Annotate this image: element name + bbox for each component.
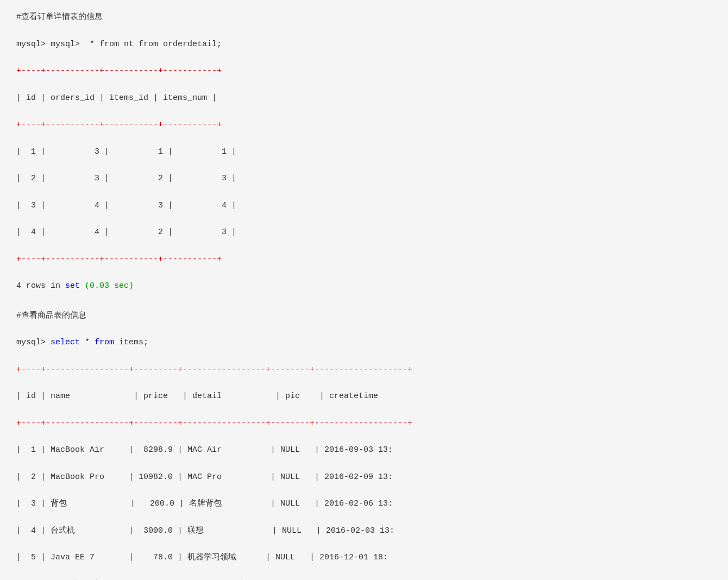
row2-4: | 4 | 台式机 | 3000.0 | 联想 | NULL | 2016-02… xyxy=(16,525,712,538)
comment1: #查看订单详情表的信息 xyxy=(16,11,712,24)
row2-3: | 3 | 背包 | 200.0 | 名牌背包 | NULL | 2016-02… xyxy=(16,497,712,511)
header2: | id | name | price | detail | pic | cre… xyxy=(16,390,712,404)
row2-5: | 5 | Java EE 7 | 78.0 | 机器学习领域 | NULL |… xyxy=(16,551,712,565)
sep3: +----+-----------+-----------+----------… xyxy=(16,253,712,267)
sep2: +----+-----------+-----------+----------… xyxy=(16,118,712,132)
sep2-2: +----+-----------------+---------+------… xyxy=(16,417,712,431)
row1-4: | 4 | 4 | 2 | 3 | xyxy=(16,226,712,239)
result1: 4 rows in set (0.03 sec) xyxy=(16,280,712,293)
row1-2: | 2 | 3 | 2 | 3 | xyxy=(16,172,712,186)
terminal: #查看订单详情表的信息 mysql> mysql> * from nt from… xyxy=(16,11,712,580)
prompt2: mysql> select * from items; xyxy=(16,336,712,350)
row1-3: | 3 | 4 | 3 | 4 | xyxy=(16,199,712,213)
row2-1: | 1 | MacBook Air | 8298.9 | MAC Air | N… xyxy=(16,444,712,457)
header1: | id | orders_id | items_id | items_num … xyxy=(16,92,712,105)
prompt1: mysql> mysql> * from nt from orderdetail… xyxy=(16,38,712,52)
comment2: #查看商品表的信息 xyxy=(16,310,712,323)
section1: #查看订单详情表的信息 mysql> mysql> * from nt from… xyxy=(16,11,712,293)
sep2-1: +----+-----------------+---------+------… xyxy=(16,363,712,377)
row2-2: | 2 | MacBook Pro | 10982.0 | MAC Pro | … xyxy=(16,471,712,484)
row1-1: | 1 | 3 | 1 | 1 | xyxy=(16,146,712,159)
sep1: +----+-----------+-----------+----------… xyxy=(16,65,712,78)
section2: #查看商品表的信息 mysql> select * from items; +-… xyxy=(16,310,712,580)
